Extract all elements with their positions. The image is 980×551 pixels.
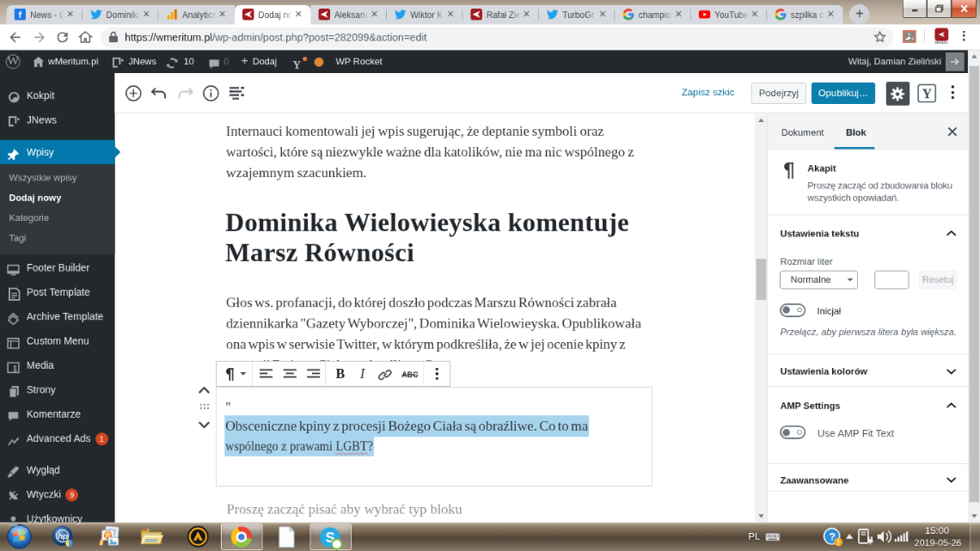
svg-text:hp: hp bbox=[58, 531, 68, 541]
